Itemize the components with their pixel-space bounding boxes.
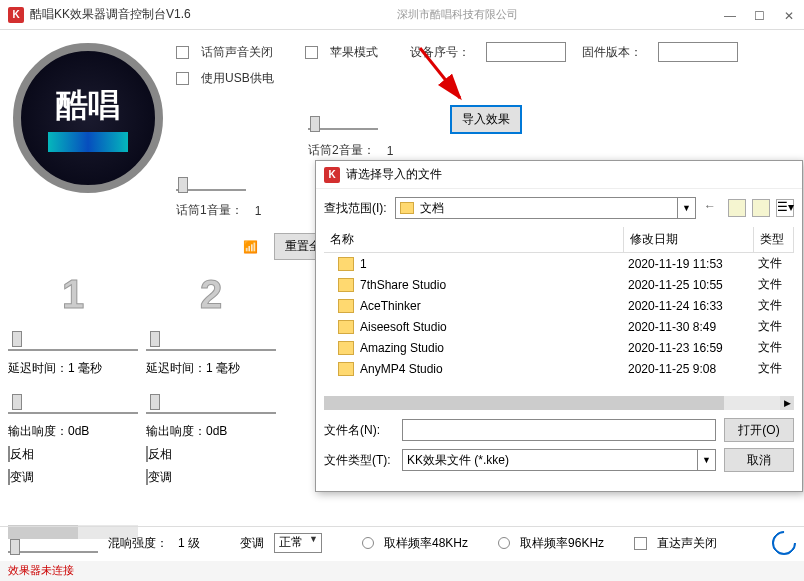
file-type: 文件 xyxy=(758,318,794,335)
mic-mute-checkbox[interactable] xyxy=(176,46,189,59)
pitch-dropdown[interactable]: 正常 xyxy=(274,533,322,553)
file-type: 文件 xyxy=(758,339,794,356)
filetype-combo[interactable]: KK效果文件 (*.kke) ▼ xyxy=(402,449,716,471)
output-slider[interactable] xyxy=(8,386,138,414)
file-open-dialog: K 请选择导入的文件 查找范围(I): 文档 ▼ ← ☰▾ 名称 修改日期 类型 xyxy=(315,160,803,492)
column-name[interactable]: 名称 xyxy=(324,227,624,252)
sample-48-radio[interactable] xyxy=(362,537,374,549)
reverb-slider[interactable] xyxy=(8,533,98,553)
new-folder-icon[interactable] xyxy=(752,199,770,217)
file-date: 2020-11-25 10:55 xyxy=(628,278,758,292)
open-button[interactable]: 打开(O) xyxy=(724,418,794,442)
folder-icon xyxy=(338,278,354,292)
file-date: 2020-11-25 9:08 xyxy=(628,362,758,376)
output-label: 输出响度： xyxy=(8,424,68,438)
invert-label: 反相 xyxy=(10,447,34,461)
delay-value: 1 毫秒 xyxy=(68,361,102,375)
file-date: 2020-11-24 16:33 xyxy=(628,299,758,313)
delay-label: 延迟时间： xyxy=(8,361,68,375)
titlebar: K 酷唱KK效果器调音控制台V1.6 深圳市酷唱科技有限公司 — ☐ ✕ xyxy=(0,0,804,30)
app-icon: K xyxy=(8,7,24,23)
invert-label: 反相 xyxy=(148,447,172,461)
company-name: 深圳市酷唱科技有限公司 xyxy=(191,7,724,22)
lookin-combo[interactable]: 文档 ▼ xyxy=(395,197,696,219)
folder-icon xyxy=(338,341,354,355)
channel-number: 1 xyxy=(8,272,138,317)
file-type: 文件 xyxy=(758,297,794,314)
file-row[interactable]: AceThinker2020-11-24 16:33文件 xyxy=(324,295,794,316)
dropdown-arrow-icon[interactable]: ▼ xyxy=(697,450,715,470)
delay-slider[interactable] xyxy=(146,323,276,351)
channel-2: 2 延迟时间：1 毫秒 输出响度：0dB 反相 变调 xyxy=(146,272,276,489)
file-date: 2020-11-23 16:59 xyxy=(628,341,758,355)
waveform-icon xyxy=(48,132,128,152)
sample-96-label: 取样频率96KHz xyxy=(520,535,604,552)
delay-value: 1 毫秒 xyxy=(206,361,240,375)
device-no-field xyxy=(486,42,566,62)
usb-power-checkbox[interactable] xyxy=(176,72,189,85)
file-name: 1 xyxy=(360,257,628,271)
output-slider[interactable] xyxy=(146,386,276,414)
column-date[interactable]: 修改日期 xyxy=(624,227,754,252)
file-name: Amazing Studio xyxy=(360,341,628,355)
cancel-button[interactable]: 取消 xyxy=(724,448,794,472)
mic1-vol-label: 话筒1音量： xyxy=(176,202,243,219)
view-menu-icon[interactable]: ☰▾ xyxy=(776,199,794,217)
close-button[interactable]: ✕ xyxy=(784,9,796,21)
file-row[interactable]: Amazing Studio2020-11-23 16:59文件 xyxy=(324,337,794,358)
firmware-label: 固件版本： xyxy=(582,44,642,61)
logo-area: 酷唱 xyxy=(8,38,168,198)
apple-mode-checkbox[interactable] xyxy=(305,46,318,59)
output-label: 输出响度： xyxy=(146,424,206,438)
import-effect-button[interactable]: 导入效果 xyxy=(450,105,522,134)
direct-off-checkbox[interactable] xyxy=(634,537,647,550)
lookin-label: 查找范围(I): xyxy=(324,200,387,217)
app-title: 酷唱KK效果器调音控制台V1.6 xyxy=(30,6,191,23)
sample-96-radio[interactable] xyxy=(498,537,510,549)
dialog-titlebar: K 请选择导入的文件 xyxy=(316,161,802,189)
filename-label: 文件名(N): xyxy=(324,422,394,439)
file-row[interactable]: 7thShare Studio2020-11-25 10:55文件 xyxy=(324,274,794,295)
pitch-label: 变调 xyxy=(10,470,34,484)
usb-power-label: 使用USB供电 xyxy=(201,70,274,87)
back-icon[interactable]: ← xyxy=(704,199,722,217)
sample-48-label: 取样频率48KHz xyxy=(384,535,468,552)
direct-off-label: 直达声关闭 xyxy=(657,535,717,552)
file-row[interactable]: Aiseesoft Studio2020-11-30 8:49文件 xyxy=(324,316,794,337)
reverb-label: 混响强度： xyxy=(108,535,168,552)
dialog-title: 请选择导入的文件 xyxy=(346,166,442,183)
dialog-icon: K xyxy=(324,167,340,183)
pitch-label: 变调 xyxy=(240,535,264,552)
delay-label: 延迟时间： xyxy=(146,361,206,375)
column-type[interactable]: 类型 xyxy=(754,227,794,252)
refresh-icon[interactable] xyxy=(767,526,801,560)
mic2-volume-slider[interactable] xyxy=(308,110,378,130)
file-row[interactable]: 12020-11-19 11:53文件 xyxy=(324,253,794,274)
bottom-toolbar: 混响强度： 1 级 变调 正常 取样频率48KHz 取样频率96KHz 直达声关… xyxy=(0,526,804,559)
file-date: 2020-11-30 8:49 xyxy=(628,320,758,334)
up-folder-icon[interactable] xyxy=(728,199,746,217)
output-value: 0dB xyxy=(68,424,89,438)
channel-1: 1 延迟时间：1 毫秒 输出响度：0dB 反相 变调 xyxy=(8,272,138,489)
maximize-button[interactable]: ☐ xyxy=(754,9,766,21)
wifi-icon: 📶 xyxy=(238,235,262,259)
delay-slider[interactable] xyxy=(8,323,138,351)
file-list-scrollbar[interactable]: ▶ xyxy=(324,396,794,410)
file-list[interactable]: 名称 修改日期 类型 12020-11-19 11:53文件7thShare S… xyxy=(324,227,794,392)
mic1-volume-slider[interactable] xyxy=(176,171,246,191)
filetype-label: 文件类型(T): xyxy=(324,452,394,469)
folder-icon xyxy=(338,320,354,334)
apple-mode-label: 苹果模式 xyxy=(330,44,378,61)
minimize-button[interactable]: — xyxy=(724,9,736,21)
device-no-label: 设备序号： xyxy=(410,44,470,61)
folder-icon xyxy=(338,257,354,271)
mic2-vol-value: 1 xyxy=(387,144,394,158)
output-value: 0dB xyxy=(206,424,227,438)
filename-input[interactable] xyxy=(402,419,716,441)
pitch-label: 变调 xyxy=(148,470,172,484)
file-row[interactable]: AnyMP4 Studio2020-11-25 9:08文件 xyxy=(324,358,794,379)
dropdown-arrow-icon[interactable]: ▼ xyxy=(677,198,695,218)
firmware-field xyxy=(658,42,738,62)
file-date: 2020-11-19 11:53 xyxy=(628,257,758,271)
file-name: AceThinker xyxy=(360,299,628,313)
